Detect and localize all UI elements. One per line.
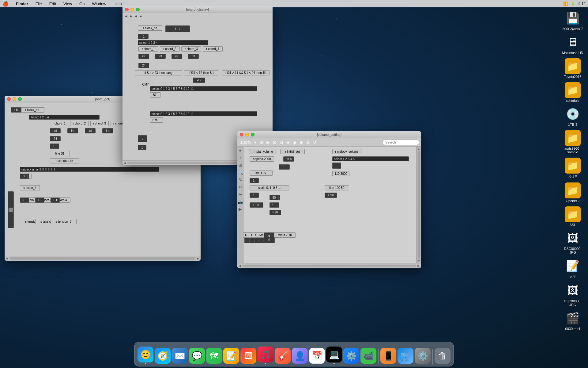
icon-schedule[interactable]: 📁 schedule	[560, 81, 585, 104]
cd-int-2[interactable]: int	[155, 54, 166, 59]
vs-gt-90[interactable]: > 90	[325, 193, 337, 198]
ng-toggle[interactable]	[8, 191, 14, 228]
menubar-file[interactable]: File	[34, 1, 43, 7]
cd-int-1[interactable]: int	[138, 54, 149, 59]
vs-minimize[interactable]	[245, 133, 249, 136]
ng-r-chord-2[interactable]: r chord_2	[70, 121, 89, 126]
vs-num-1a[interactable]: 1.	[250, 178, 259, 183]
cd-r-chord-3[interactable]: r chord_3	[181, 46, 201, 52]
chord-display-maximize[interactable]	[136, 8, 140, 11]
cd-if-23[interactable]: if $i1 > 23 then bang	[135, 70, 182, 75]
vs-tb-4[interactable]: ⊡	[279, 139, 284, 145]
vs-num-1b[interactable]: 1.	[250, 193, 259, 198]
cd-r-block-no[interactable]: r block_no	[138, 25, 162, 31]
vs-line-100-50[interactable]: line 100 50	[325, 185, 349, 190]
cd-minus12[interactable]: -12	[193, 78, 205, 83]
vs-gt-90b[interactable]: > 90	[270, 210, 280, 215]
cd-r-chord-2[interactable]: r chord_2	[160, 46, 180, 52]
ng-s-scale-4[interactable]: s scale_4	[20, 185, 40, 190]
cd-down-arrow[interactable]: ↓	[138, 135, 147, 142]
apple-menu[interactable]: 🍎	[2, 1, 9, 7]
vs-tb-1[interactable]: ⊞	[258, 139, 264, 145]
ng-r-chord-3[interactable]: r chord_3	[90, 121, 109, 126]
ng-24[interactable]: 24	[50, 136, 61, 141]
dock-garageband[interactable]: 🎸	[275, 348, 291, 364]
vs-m-80[interactable]: 80	[270, 195, 279, 200]
icon-asl[interactable]: 📁 ASL	[560, 205, 585, 228]
cd-r-chord-4[interactable]: r chord_4	[203, 46, 223, 52]
vs-sb-7[interactable]: ↪	[239, 192, 242, 197]
vs-110-3000[interactable]: 110 3000	[332, 171, 349, 176]
vs-sb-1[interactable]: ●	[239, 148, 241, 153]
chord-display-minimize[interactable]	[130, 8, 134, 11]
ng-s-tension-3[interactable]: s tension_3	[51, 219, 77, 224]
cd-num-24[interactable]: 24	[138, 63, 149, 68]
vs-tb-3[interactable]: ⊠	[272, 139, 277, 145]
ng-line-s1[interactable]: line $1	[50, 151, 70, 156]
icon-1tb3[interactable]: 💿 1TB-3	[560, 105, 585, 128]
dock-xcode[interactable]: ⚙️	[343, 348, 359, 364]
note-get-maximize[interactable]	[18, 97, 22, 101]
note-get-minimize[interactable]	[13, 97, 16, 101]
vs-sb-9[interactable]: ▶	[239, 207, 242, 212]
ng-plus1c[interactable]: + 1	[51, 197, 60, 203]
dock-terminal[interactable]: 💻	[326, 347, 342, 364]
vs-sb-2[interactable]: ♪	[239, 155, 241, 160]
ng-int-3[interactable]: int	[85, 128, 96, 133]
ng-int-1[interactable]: int	[50, 128, 61, 133]
cd-number-1-box[interactable]: 1 ↓	[165, 25, 190, 32]
vs-mult-1e[interactable]: * 1.	[270, 202, 279, 208]
icon-apds[interactable]: 📁 apds9960_ sample	[560, 129, 585, 155]
ng-plus1[interactable]: + 1	[50, 144, 59, 149]
cd-number-1b[interactable]: 1	[138, 145, 146, 150]
vs-scale[interactable]: scale 0. 1. 0.5 1.	[250, 185, 289, 190]
dock-itunes[interactable]: 🎵	[258, 347, 273, 364]
vs-gt-100[interactable]: > 100	[250, 202, 263, 208]
dock-contacts[interactable]: 👤	[292, 348, 308, 364]
vs-t-b-b[interactable]: t b b	[283, 156, 294, 162]
vs-ctlout-7-10[interactable]: ctlout 7 10	[274, 232, 296, 238]
vs-sb-3[interactable]: ⊞	[239, 163, 242, 167]
vs-r-total-volume[interactable]: r total_volume	[250, 149, 277, 154]
icon-dsc2[interactable]: 🖼 DSC00000. JPG	[560, 282, 585, 308]
vs-r-melody-volume[interactable]: r melody_volume	[332, 149, 361, 154]
icon-macintosh[interactable]: 🖥 Macintosh HD	[560, 33, 585, 56]
cd-scroll-mid2[interactable]: ▶	[140, 14, 142, 18]
cd-B7[interactable]: B7	[150, 92, 159, 98]
icon-500gb[interactable]: 💾 500GBwork 7	[560, 9, 585, 32]
dock-photos[interactable]: 🖼	[240, 348, 256, 364]
vs-sb-8[interactable]: 📷	[238, 199, 243, 204]
ng-text-notes[interactable]: text notes.txt	[50, 158, 79, 163]
ng-select-1234[interactable]: select 1 2 3 4	[29, 115, 100, 120]
cd-select-top[interactable]: select 0 1 2 3 4 5 6 7 8 9 10 11	[150, 86, 257, 91]
menubar-help[interactable]: Help	[112, 1, 123, 7]
vs-down5[interactable]: ▼5	[264, 232, 275, 243]
vs-num-1-point[interactable]: 1.	[279, 164, 290, 170]
dock-notes[interactable]: 📝	[223, 348, 239, 364]
dock-systemprefs[interactable]: ⚙️	[415, 348, 431, 364]
vs-sb-6[interactable]: ↩	[239, 185, 242, 190]
vs-scrollbar-bottom[interactable]: ◀ ▶	[237, 263, 421, 268]
vs-tb-9[interactable]: ↺	[312, 139, 318, 145]
dock-app1[interactable]: 📱	[380, 348, 396, 364]
cd-scroll-right[interactable]: ▶	[130, 14, 132, 18]
vs-tb-5[interactable]: ◈	[285, 139, 291, 145]
ng-r-block-no[interactable]: r block_no	[20, 107, 44, 113]
cd-int-3[interactable]: int	[172, 54, 182, 59]
vs-sb-4[interactable]: 🔍	[238, 170, 243, 175]
cd-int-4[interactable]: int	[188, 54, 199, 59]
vs-scrollbar-right[interactable]: ▲ ▼	[416, 147, 421, 263]
cd-if-24[interactable]: if $i1 > 11 && $i1 < 24 then $i1	[222, 70, 270, 75]
dock-maps[interactable]: 🗺	[206, 348, 222, 364]
vs-tb-2[interactable]: ⊟	[265, 139, 271, 145]
ng-unpack[interactable]: unpack a l a l l l l l l l l l l l l	[20, 167, 159, 172]
ng-scrollbar-bottom[interactable]: ◀ ▶	[5, 256, 201, 261]
ng-t-b[interactable]: t b	[11, 107, 21, 113]
vs-line1-50[interactable]: line 1. 50	[250, 171, 273, 176]
ng-plus1b[interactable]: + 1	[35, 197, 44, 203]
ng-int-2[interactable]: int	[67, 128, 78, 133]
cd-select-bar[interactable]: select 1 2 3 4	[138, 40, 208, 45]
vs-sb-5[interactable]: ✎	[239, 177, 242, 182]
vs-search-input[interactable]	[383, 140, 419, 145]
icon-0030[interactable]: 🎬 0030.mp4	[560, 309, 585, 332]
